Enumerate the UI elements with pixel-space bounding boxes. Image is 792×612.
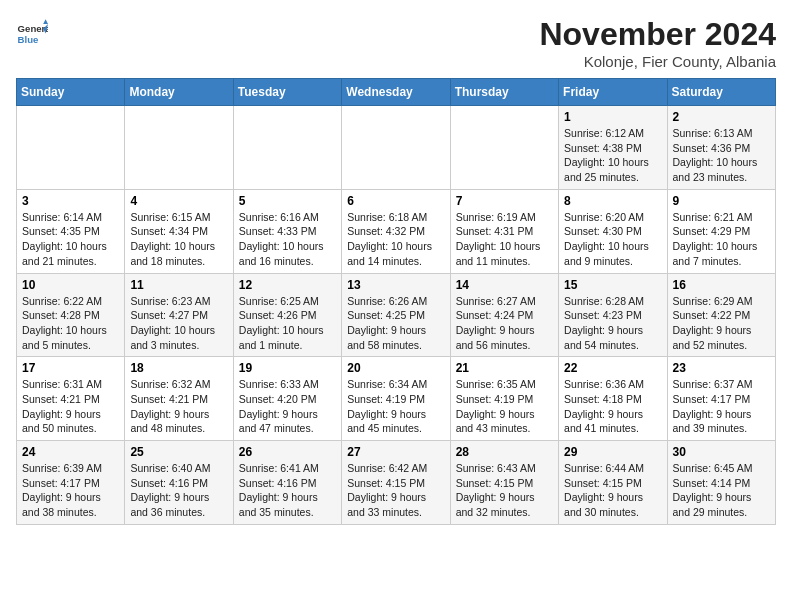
sunrise-label: Sunrise: 6:16 AM xyxy=(239,211,319,223)
title-block: November 2024 Kolonje, Fier County, Alba… xyxy=(539,16,776,70)
calendar-cell: 24 Sunrise: 6:39 AM Sunset: 4:17 PM Dayl… xyxy=(17,441,125,525)
calendar-cell: 27 Sunrise: 6:42 AM Sunset: 4:15 PM Dayl… xyxy=(342,441,450,525)
sunset-label: Sunset: 4:33 PM xyxy=(239,225,317,237)
day-number: 27 xyxy=(347,445,444,459)
sunset-label: Sunset: 4:19 PM xyxy=(347,393,425,405)
calendar-cell: 15 Sunrise: 6:28 AM Sunset: 4:23 PM Dayl… xyxy=(559,273,667,357)
day-info: Sunrise: 6:14 AM Sunset: 4:35 PM Dayligh… xyxy=(22,210,119,269)
sunset-label: Sunset: 4:29 PM xyxy=(673,225,751,237)
daylight-label: Daylight: 10 hours and 18 minutes. xyxy=(130,240,215,267)
week-row-2: 3 Sunrise: 6:14 AM Sunset: 4:35 PM Dayli… xyxy=(17,189,776,273)
day-number: 20 xyxy=(347,361,444,375)
location: Kolonje, Fier County, Albania xyxy=(539,53,776,70)
daylight-label: Daylight: 10 hours and 16 minutes. xyxy=(239,240,324,267)
sunset-label: Sunset: 4:35 PM xyxy=(22,225,100,237)
day-number: 7 xyxy=(456,194,553,208)
day-number: 24 xyxy=(22,445,119,459)
calendar-cell: 10 Sunrise: 6:22 AM Sunset: 4:28 PM Dayl… xyxy=(17,273,125,357)
sunset-label: Sunset: 4:22 PM xyxy=(673,309,751,321)
day-number: 25 xyxy=(130,445,227,459)
day-number: 26 xyxy=(239,445,336,459)
day-info: Sunrise: 6:44 AM Sunset: 4:15 PM Dayligh… xyxy=(564,461,661,520)
day-info: Sunrise: 6:45 AM Sunset: 4:14 PM Dayligh… xyxy=(673,461,770,520)
day-info: Sunrise: 6:13 AM Sunset: 4:36 PM Dayligh… xyxy=(673,126,770,185)
sunrise-label: Sunrise: 6:21 AM xyxy=(673,211,753,223)
calendar-cell: 9 Sunrise: 6:21 AM Sunset: 4:29 PM Dayli… xyxy=(667,189,775,273)
day-info: Sunrise: 6:32 AM Sunset: 4:21 PM Dayligh… xyxy=(130,377,227,436)
calendar-cell: 12 Sunrise: 6:25 AM Sunset: 4:26 PM Dayl… xyxy=(233,273,341,357)
calendar-cell: 30 Sunrise: 6:45 AM Sunset: 4:14 PM Dayl… xyxy=(667,441,775,525)
logo-icon: General Blue xyxy=(16,16,48,48)
sunset-label: Sunset: 4:38 PM xyxy=(564,142,642,154)
sunset-label: Sunset: 4:21 PM xyxy=(130,393,208,405)
daylight-label: Daylight: 9 hours and 50 minutes. xyxy=(22,408,101,435)
day-info: Sunrise: 6:31 AM Sunset: 4:21 PM Dayligh… xyxy=(22,377,119,436)
calendar-cell: 14 Sunrise: 6:27 AM Sunset: 4:24 PM Dayl… xyxy=(450,273,558,357)
sunrise-label: Sunrise: 6:20 AM xyxy=(564,211,644,223)
svg-marker-2 xyxy=(43,19,48,24)
daylight-label: Daylight: 9 hours and 58 minutes. xyxy=(347,324,426,351)
day-number: 21 xyxy=(456,361,553,375)
calendar-cell: 4 Sunrise: 6:15 AM Sunset: 4:34 PM Dayli… xyxy=(125,189,233,273)
weekday-sunday: Sunday xyxy=(17,79,125,106)
calendar-cell: 3 Sunrise: 6:14 AM Sunset: 4:35 PM Dayli… xyxy=(17,189,125,273)
calendar-cell xyxy=(17,106,125,190)
daylight-label: Daylight: 9 hours and 33 minutes. xyxy=(347,491,426,518)
sunset-label: Sunset: 4:20 PM xyxy=(239,393,317,405)
sunrise-label: Sunrise: 6:27 AM xyxy=(456,295,536,307)
sunrise-label: Sunrise: 6:41 AM xyxy=(239,462,319,474)
day-info: Sunrise: 6:22 AM Sunset: 4:28 PM Dayligh… xyxy=(22,294,119,353)
day-number: 10 xyxy=(22,278,119,292)
daylight-label: Daylight: 9 hours and 35 minutes. xyxy=(239,491,318,518)
sunrise-label: Sunrise: 6:18 AM xyxy=(347,211,427,223)
sunrise-label: Sunrise: 6:36 AM xyxy=(564,378,644,390)
weekday-saturday: Saturday xyxy=(667,79,775,106)
sunset-label: Sunset: 4:28 PM xyxy=(22,309,100,321)
daylight-label: Daylight: 10 hours and 23 minutes. xyxy=(673,156,758,183)
sunrise-label: Sunrise: 6:40 AM xyxy=(130,462,210,474)
sunrise-label: Sunrise: 6:32 AM xyxy=(130,378,210,390)
week-row-5: 24 Sunrise: 6:39 AM Sunset: 4:17 PM Dayl… xyxy=(17,441,776,525)
sunset-label: Sunset: 4:23 PM xyxy=(564,309,642,321)
calendar-cell: 29 Sunrise: 6:44 AM Sunset: 4:15 PM Dayl… xyxy=(559,441,667,525)
day-info: Sunrise: 6:16 AM Sunset: 4:33 PM Dayligh… xyxy=(239,210,336,269)
daylight-label: Daylight: 9 hours and 36 minutes. xyxy=(130,491,209,518)
calendar-cell: 6 Sunrise: 6:18 AM Sunset: 4:32 PM Dayli… xyxy=(342,189,450,273)
sunset-label: Sunset: 4:27 PM xyxy=(130,309,208,321)
day-info: Sunrise: 6:12 AM Sunset: 4:38 PM Dayligh… xyxy=(564,126,661,185)
sunrise-label: Sunrise: 6:34 AM xyxy=(347,378,427,390)
day-number: 14 xyxy=(456,278,553,292)
day-info: Sunrise: 6:27 AM Sunset: 4:24 PM Dayligh… xyxy=(456,294,553,353)
logo: General Blue xyxy=(16,16,48,48)
calendar-header: SundayMondayTuesdayWednesdayThursdayFrid… xyxy=(17,79,776,106)
sunrise-label: Sunrise: 6:23 AM xyxy=(130,295,210,307)
daylight-label: Daylight: 9 hours and 47 minutes. xyxy=(239,408,318,435)
day-info: Sunrise: 6:35 AM Sunset: 4:19 PM Dayligh… xyxy=(456,377,553,436)
sunset-label: Sunset: 4:15 PM xyxy=(456,477,534,489)
calendar-cell: 2 Sunrise: 6:13 AM Sunset: 4:36 PM Dayli… xyxy=(667,106,775,190)
day-info: Sunrise: 6:33 AM Sunset: 4:20 PM Dayligh… xyxy=(239,377,336,436)
day-number: 4 xyxy=(130,194,227,208)
day-info: Sunrise: 6:28 AM Sunset: 4:23 PM Dayligh… xyxy=(564,294,661,353)
daylight-label: Daylight: 9 hours and 38 minutes. xyxy=(22,491,101,518)
daylight-label: Daylight: 9 hours and 29 minutes. xyxy=(673,491,752,518)
sunset-label: Sunset: 4:15 PM xyxy=(564,477,642,489)
calendar-cell: 1 Sunrise: 6:12 AM Sunset: 4:38 PM Dayli… xyxy=(559,106,667,190)
sunset-label: Sunset: 4:19 PM xyxy=(456,393,534,405)
daylight-label: Daylight: 9 hours and 54 minutes. xyxy=(564,324,643,351)
sunset-label: Sunset: 4:17 PM xyxy=(673,393,751,405)
day-info: Sunrise: 6:34 AM Sunset: 4:19 PM Dayligh… xyxy=(347,377,444,436)
sunrise-label: Sunrise: 6:25 AM xyxy=(239,295,319,307)
day-number: 29 xyxy=(564,445,661,459)
sunrise-label: Sunrise: 6:29 AM xyxy=(673,295,753,307)
day-number: 2 xyxy=(673,110,770,124)
calendar-cell: 17 Sunrise: 6:31 AM Sunset: 4:21 PM Dayl… xyxy=(17,357,125,441)
calendar-cell: 8 Sunrise: 6:20 AM Sunset: 4:30 PM Dayli… xyxy=(559,189,667,273)
day-info: Sunrise: 6:19 AM Sunset: 4:31 PM Dayligh… xyxy=(456,210,553,269)
sunset-label: Sunset: 4:31 PM xyxy=(456,225,534,237)
svg-text:Blue: Blue xyxy=(18,34,39,45)
day-info: Sunrise: 6:26 AM Sunset: 4:25 PM Dayligh… xyxy=(347,294,444,353)
weekday-friday: Friday xyxy=(559,79,667,106)
day-info: Sunrise: 6:18 AM Sunset: 4:32 PM Dayligh… xyxy=(347,210,444,269)
daylight-label: Daylight: 10 hours and 3 minutes. xyxy=(130,324,215,351)
